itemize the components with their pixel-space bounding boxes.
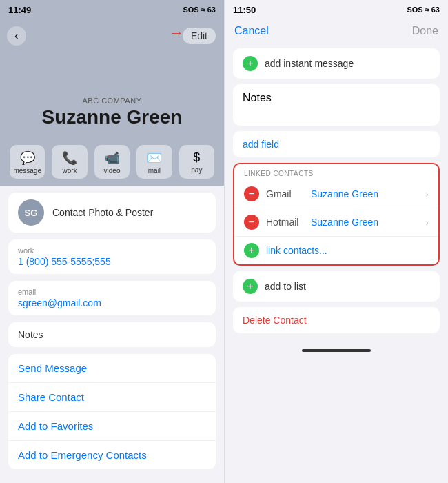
add-instant-message-label: add instant message (265, 58, 430, 69)
linked-contacts-section: LINKED CONTACTS − Gmail Suzanne Green › … (233, 163, 440, 266)
status-icons-right: SOS ≈ 63 (407, 6, 440, 14)
chevron-right-icon-2: › (425, 217, 429, 228)
hotmail-contact-name: Suzanne Green (311, 217, 418, 228)
back-button[interactable]: ‹ (7, 26, 26, 46)
mail-icon: ✉️ (147, 150, 162, 166)
work-phone-value[interactable]: 1 (800) 555-5555;555 (18, 256, 206, 267)
add-to-list-plus[interactable]: + (243, 279, 258, 294)
work-phone-card: work 1 (800) 555-5555;555 (8, 239, 216, 274)
email-value[interactable]: sgreen@gmail.com (18, 297, 206, 308)
work-call-button[interactable]: 📞 work (52, 145, 87, 179)
done-button[interactable]: Done (412, 25, 438, 37)
link-contacts-row[interactable]: + link contacts... (234, 237, 438, 264)
back-icon: ‹ (14, 30, 18, 42)
left-body: SG Contact Photo & Poster work 1 (800) 5… (0, 186, 224, 483)
email-card: email sgreen@gmail.com (8, 281, 216, 315)
linked-gmail-row[interactable]: − Gmail Suzanne Green › (234, 180, 438, 208)
link-contacts-label: link contacts... (266, 245, 429, 256)
video-button[interactable]: 📹 video (94, 145, 130, 179)
avatar: SG (18, 199, 44, 226)
gmail-contact-name: Suzanne Green (311, 188, 418, 199)
add-to-list-section[interactable]: + add to list (233, 271, 440, 302)
pay-button[interactable]: $ pay (179, 145, 214, 179)
notes-label: Notes (18, 329, 206, 340)
signal-icons-right: SOS ≈ 63 (407, 6, 440, 14)
add-to-emergency-contacts-link[interactable]: Add to Emergency Contacts (8, 441, 216, 469)
home-indicator-right (225, 340, 448, 361)
status-bar-left: 11:49 SOS ≈ 63 (0, 0, 224, 19)
contact-header: 11:49 SOS ≈ 63 ‹ → Edit ABC COMPANY Suza… (0, 0, 224, 138)
signal-icons-left: SOS ≈ 63 (183, 6, 216, 14)
left-panel: 11:49 SOS ≈ 63 ‹ → Edit ABC COMPANY Suza… (0, 0, 224, 483)
notes-area-label: Notes (243, 92, 272, 103)
delete-contact-row[interactable]: Delete Contact (233, 307, 440, 333)
right-panel: 11:50 SOS ≈ 63 Cancel Done + add instant… (224, 0, 448, 483)
cancel-button[interactable]: Cancel (234, 25, 269, 37)
message-button[interactable]: 💬 message (10, 145, 45, 179)
gmail-source-label: Gmail (266, 188, 304, 199)
arrow-icon: → (169, 24, 184, 42)
add-field-row[interactable]: add field (233, 131, 440, 157)
action-links: Send Message Share Contact Add to Favori… (8, 354, 216, 469)
notes-card: Notes (8, 322, 216, 347)
message-icon: 💬 (20, 150, 35, 166)
time-left: 11:49 (8, 5, 31, 15)
linked-contacts-header: LINKED CONTACTS (234, 164, 438, 180)
add-to-list-label: add to list (265, 281, 430, 292)
right-body: + add instant message Notes add field LI… (225, 43, 448, 483)
time-right: 11:50 (233, 5, 256, 15)
home-indicator-left (0, 476, 224, 483)
edit-button[interactable]: Edit (183, 28, 216, 44)
remove-gmail-button[interactable]: − (244, 186, 259, 201)
link-contacts-plus[interactable]: + (244, 243, 259, 258)
add-instant-message-plus[interactable]: + (243, 56, 258, 71)
pay-icon: $ (193, 150, 200, 165)
share-contact-link[interactable]: Share Contact (8, 383, 216, 412)
contact-name: Suzanne Green (42, 106, 183, 128)
remove-hotmail-button[interactable]: − (244, 215, 259, 230)
email-type-label: email (18, 288, 206, 296)
status-icons-left: SOS ≈ 63 (183, 6, 216, 14)
chevron-right-icon: › (425, 188, 429, 199)
hotmail-source-label: Hotmail (266, 217, 304, 228)
phone-icon: 📞 (62, 150, 77, 166)
add-to-favorites-link[interactable]: Add to Favorites (8, 412, 216, 441)
add-instant-message-card[interactable]: + add instant message (233, 48, 440, 79)
mail-button[interactable]: ✉️ mail (136, 145, 172, 179)
send-message-link[interactable]: Send Message (8, 354, 216, 383)
right-nav: Cancel Done (225, 19, 448, 43)
work-type-label: work (18, 246, 206, 255)
action-buttons-bar: 💬 message 📞 work 📹 video ✉️ mail $ pay (0, 138, 224, 186)
company-name: ABC COMPANY (83, 97, 142, 105)
status-bar-right: 11:50 SOS ≈ 63 (225, 0, 448, 19)
contact-photo-poster-label: Contact Photo & Poster (52, 207, 153, 218)
linked-hotmail-row[interactable]: − Hotmail Suzanne Green › (234, 208, 438, 237)
notes-area[interactable]: Notes (233, 84, 440, 126)
home-bar-right (302, 349, 371, 352)
video-icon: 📹 (105, 150, 120, 166)
contact-photo-poster-card[interactable]: SG Contact Photo & Poster (8, 193, 216, 233)
